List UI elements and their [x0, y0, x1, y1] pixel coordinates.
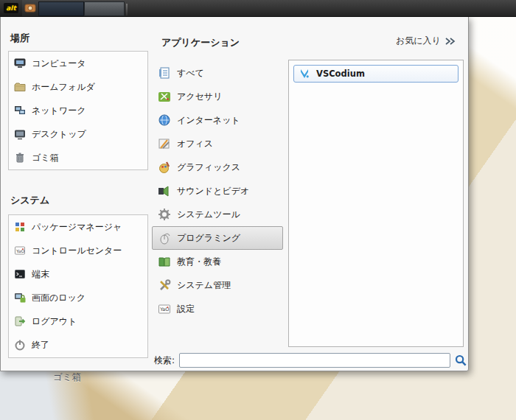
system-header: システム: [10, 194, 49, 207]
favorites-button[interactable]: お気に入り: [396, 35, 456, 47]
settings-icon: YaO: [158, 302, 171, 315]
top-panel: alt: [0, 0, 516, 17]
places-item-network[interactable]: ネットワーク: [9, 99, 147, 122]
education-icon: [158, 255, 171, 268]
category-system-tools[interactable]: システムツール: [152, 203, 283, 226]
category-label: オフィス: [177, 138, 213, 150]
office-icon: [158, 137, 171, 150]
category-programming[interactable]: プログラミング: [152, 226, 283, 250]
places-item-label: ゴミ箱: [32, 152, 59, 164]
menu-button[interactable]: alt: [0, 0, 22, 16]
all-apps-icon: [158, 66, 171, 80]
category-label: 設定: [177, 303, 195, 315]
places-item-computer[interactable]: コンピュータ: [9, 52, 147, 75]
system-item-label: ログアウト: [32, 315, 77, 328]
search-row: 検索:: [154, 353, 467, 368]
system-item-label: パッケージマネージャ: [32, 221, 122, 234]
places-item-label: ネットワーク: [32, 105, 86, 117]
category-label: プログラミング: [177, 232, 240, 245]
sound-video-icon: [158, 184, 171, 197]
desktop-icon: [14, 128, 26, 140]
app-item-vscodium[interactable]: VSCodium: [293, 65, 459, 83]
system-admin-icon: [158, 279, 171, 292]
category-settings[interactable]: YaO 設定: [152, 297, 283, 321]
lock-screen-icon: [14, 292, 26, 304]
category-label: グラフィックス: [177, 161, 240, 174]
system-item-terminal[interactable]: 端末: [9, 262, 147, 286]
category-office[interactable]: オフィス: [152, 132, 283, 155]
category-label: インターネット: [177, 114, 240, 127]
category-label: アクセサリ: [177, 91, 222, 103]
main-menu-popup: 場所 コンピュータ ホームフォルダ ネットワーク デスクトップ ゴミ箱 システム…: [0, 16, 469, 371]
category-label: システム管理: [177, 279, 231, 292]
system-group: パッケージマネージャ YaO コントロールセンター 端末 画面のロック ログアウ…: [8, 214, 148, 358]
desktop-trash-label[interactable]: ゴミ箱: [53, 371, 81, 384]
vscodium-icon: [299, 68, 310, 80]
places-item-label: ホームフォルダ: [32, 81, 95, 94]
system-item-label: 端末: [32, 268, 49, 281]
system-item-label: コントロールセンター: [32, 245, 122, 257]
application-list-pane: VSCodium: [288, 60, 464, 347]
panel-separator: [126, 4, 128, 15]
places-item-home[interactable]: ホームフォルダ: [9, 75, 147, 99]
system-item-label: 終了: [32, 339, 49, 351]
app-item-label: VSCodium: [316, 69, 365, 79]
search-input[interactable]: [179, 353, 450, 368]
search-icon[interactable]: [455, 354, 467, 366]
package-manager-icon: [14, 221, 26, 233]
system-item-quit[interactable]: 終了: [9, 333, 147, 357]
category-label: システムツール: [177, 209, 240, 221]
places-header: 場所: [10, 32, 29, 45]
computer-icon: [14, 57, 26, 69]
system-item-label: 画面のロック: [32, 292, 86, 304]
category-graphics[interactable]: グラフィックス: [152, 155, 283, 179]
control-center-icon: YaO: [14, 245, 26, 256]
system-item-lock-screen[interactable]: 画面のロック: [9, 286, 147, 309]
category-sound-video[interactable]: サウンドとビデオ: [152, 179, 283, 203]
category-label: すべて: [177, 67, 204, 80]
system-tools-icon: [158, 208, 171, 221]
internet-icon: [158, 113, 171, 127]
category-list: すべて アクセサリ インターネット オフィス グラフィックス サウンドとビデオ …: [152, 61, 283, 321]
category-label: サウンドとビデオ: [177, 185, 249, 197]
window-button-2[interactable]: [84, 1, 125, 16]
places-item-label: コンピュータ: [32, 57, 86, 70]
trash-icon: [14, 152, 26, 164]
category-accessories[interactable]: アクセサリ: [152, 85, 283, 108]
category-education[interactable]: 教育・教養: [152, 250, 283, 273]
programming-icon: [158, 231, 171, 245]
logout-icon: [14, 315, 26, 327]
category-all[interactable]: すべて: [152, 61, 283, 85]
system-item-package-manager[interactable]: パッケージマネージャ: [9, 215, 147, 239]
favorites-arrow-icon: [444, 35, 456, 47]
system-item-logout[interactable]: ログアウト: [9, 309, 147, 333]
system-item-control-center[interactable]: YaO コントロールセンター: [9, 239, 147, 262]
favorites-label: お気に入り: [396, 35, 441, 47]
network-icon: [14, 105, 26, 116]
category-internet[interactable]: インターネット: [152, 108, 283, 132]
places-group: コンピュータ ホームフォルダ ネットワーク デスクトップ ゴミ箱: [8, 51, 148, 170]
places-item-trash[interactable]: ゴミ箱: [9, 146, 147, 169]
accessories-icon: [158, 90, 171, 103]
applications-header: アプリケーション: [161, 36, 240, 49]
panel-launcher-icon[interactable]: [22, 0, 38, 16]
graphics-icon: [158, 161, 171, 174]
home-folder-icon: [14, 81, 26, 93]
quit-icon: [14, 339, 26, 351]
places-item-desktop[interactable]: デスクトップ: [9, 122, 147, 146]
places-item-label: デスクトップ: [32, 128, 86, 141]
alt-logo: alt: [4, 3, 18, 13]
search-label: 検索:: [154, 354, 175, 367]
category-system-admin[interactable]: システム管理: [152, 273, 283, 297]
category-label: 教育・教養: [177, 256, 221, 268]
window-button-1[interactable]: [38, 1, 84, 16]
terminal-icon: [14, 268, 26, 280]
